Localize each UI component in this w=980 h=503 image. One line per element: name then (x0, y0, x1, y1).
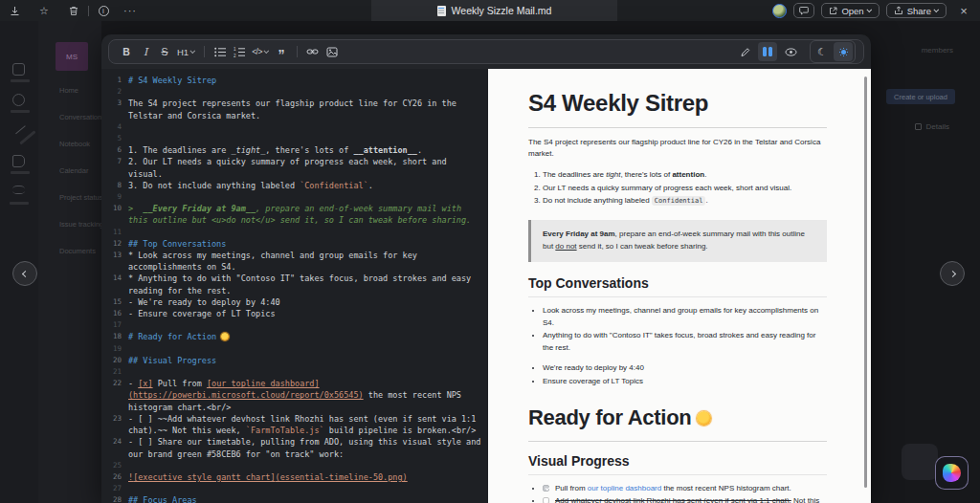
source-line[interactable]: 15- We're ready to deploy by 4:40 (107, 296, 484, 308)
source-line[interactable]: 17 (107, 319, 484, 331)
ordered-list-button[interactable]: 1 2 (230, 42, 249, 61)
quote-button[interactable]: ” (272, 42, 291, 61)
line-text: ## Visual Progress (128, 355, 484, 366)
source-line[interactable]: 13* Look across my meetings, channel and… (107, 250, 484, 273)
preview-scrollbar[interactable] (864, 77, 867, 488)
preview-text: The deadlines are (543, 170, 606, 179)
line-number: 24 (107, 436, 122, 448)
open-button[interactable]: Open (821, 3, 879, 18)
line-number: 5 (107, 133, 122, 144)
preview-text: Anything to do with "Contoso IT" takes f… (543, 331, 815, 352)
source-line[interactable]: 4 (107, 121, 484, 133)
dark-mode-button[interactable]: ☾ (813, 42, 832, 61)
background-rail-icon[interactable] (12, 155, 25, 167)
comments-button[interactable] (793, 3, 814, 18)
background-menu-item[interactable]: Documents (59, 247, 96, 255)
image-button[interactable] (323, 42, 342, 61)
source-line[interactable]: 9 (107, 191, 484, 203)
line-number: 19 (107, 343, 122, 355)
info-icon[interactable]: i (93, 0, 114, 21)
italic-button[interactable]: I (136, 42, 155, 61)
list-item: We're ready to deploy by 4:40 (543, 362, 827, 375)
source-line[interactable]: 11 (107, 227, 484, 238)
source-line[interactable]: 12## Top Conversations (107, 238, 484, 250)
source-line[interactable]: 3The S4 project represents our flagship … (107, 98, 484, 120)
close-icon[interactable]: × (953, 0, 974, 21)
more-options-icon[interactable]: ··· (120, 0, 141, 21)
source-line[interactable]: 22- [x] Pull from [our topline dashboard… (107, 378, 484, 413)
source-line[interactable]: 18# Ready for Action (107, 331, 484, 342)
document-title: Weekly Sizzle Mail.md (452, 5, 552, 16)
source-line[interactable]: 83. Do not include anything labeled `Con… (107, 180, 484, 191)
link-button[interactable] (303, 42, 323, 61)
download-icon[interactable] (4, 0, 25, 21)
background-menu-item[interactable]: Conversations (59, 113, 105, 121)
preview-link[interactable]: our topline dashboard (588, 484, 661, 492)
previous-button[interactable] (12, 261, 37, 286)
share-button[interactable]: Share (886, 3, 947, 18)
line-text: * Look across my meetings, channel and g… (128, 250, 484, 273)
line-number: 25 (107, 460, 122, 471)
source-line[interactable]: 19 (107, 343, 484, 355)
chevron-down-icon (933, 7, 939, 12)
source-line[interactable]: 24- [ ] Share our timetable, pulling fro… (107, 436, 484, 459)
line-text (128, 121, 484, 133)
background-menu-item[interactable]: Notebook (59, 140, 90, 148)
source-line[interactable]: 26![executive style gantt chart](essenti… (107, 471, 484, 483)
preview-text: tight (606, 170, 620, 179)
source-line[interactable]: 5 (107, 133, 484, 144)
preview-mode-button[interactable] (781, 42, 800, 61)
bold-button[interactable]: B (117, 42, 136, 61)
chevron-down-icon (190, 48, 196, 54)
source-line[interactable]: 20## Visual Progress (107, 355, 484, 366)
markdown-source-pane[interactable]: 1# S4 Weekly Sitrep23The S4 project repr… (101, 69, 488, 503)
heading-button[interactable]: H1 (174, 42, 198, 61)
source-line[interactable]: 25 (107, 460, 484, 471)
line-text: ## Focus Areas (128, 494, 484, 503)
source-line[interactable]: 2 (107, 86, 484, 98)
copilot-button[interactable] (935, 456, 969, 490)
preview-blockquote: Every Friday at 9am, prepare an end-of-w… (528, 220, 827, 262)
background-menu-item[interactable]: Project status (59, 193, 102, 202)
source-line[interactable]: 61. The deadlines are _tight_, there's l… (107, 144, 484, 156)
source-line[interactable]: 1# S4 Weekly Sitrep (107, 75, 484, 86)
line-text (128, 191, 484, 203)
document-tab[interactable]: Weekly Sizzle Mail.md (371, 0, 617, 21)
source-line[interactable]: 72. Our LT needs a quicky summary of pro… (107, 156, 484, 179)
source-line[interactable]: 14* Anything to do with "Contoso IT" tak… (107, 273, 484, 295)
background-menu-item[interactable]: Home (59, 86, 78, 95)
source-line[interactable]: 10> __Every Friday at 9am__, prepare an … (107, 203, 484, 226)
star-icon[interactable]: ☆ (33, 0, 55, 21)
code-label: </> (252, 47, 262, 56)
strikethrough-button[interactable]: S (155, 42, 174, 61)
background-rail-icon[interactable] (12, 94, 25, 106)
source-line[interactable]: 21 (107, 366, 484, 378)
line-text: 1. The deadlines are _tight_, there's lo… (128, 144, 484, 156)
background-create-upload-button[interactable]: Create or upload (886, 89, 955, 104)
code-button[interactable]: </> (249, 42, 272, 61)
source-lines: 1# S4 Weekly Sitrep23The S4 project repr… (107, 75, 484, 503)
light-mode-button[interactable] (834, 42, 853, 61)
next-button[interactable] (940, 261, 965, 286)
background-menu-item[interactable]: Issue tracking (59, 220, 103, 229)
source-line[interactable]: 23- [ ] ~~Add whatever devhost link Rhoz… (107, 413, 484, 436)
source-line[interactable]: 27 (107, 483, 484, 494)
checkbox-checked[interactable] (543, 485, 549, 492)
bullet-list-button[interactable] (211, 42, 230, 61)
line-number: 1 (107, 75, 122, 86)
source-line[interactable]: 16- Ensure coverage of LT Topics (107, 308, 484, 319)
split-view-button[interactable] (758, 42, 777, 61)
line-number: 26 (107, 471, 122, 483)
background-rail-icon[interactable] (12, 186, 25, 194)
source-line[interactable]: 28## Focus Areas (107, 494, 484, 503)
trash-icon[interactable] (63, 0, 84, 21)
line-text: * Anything to do with "Contoso IT" takes… (128, 273, 484, 295)
checkbox-unchecked[interactable] (543, 497, 549, 503)
app-window: MS members Create or upload Details ☆ i … (0, 0, 980, 503)
user-avatar[interactable] (772, 4, 787, 18)
edit-mode-button[interactable] (735, 42, 754, 61)
background-menu-item[interactable]: Calendar (59, 166, 88, 175)
background-rail-icon[interactable] (11, 121, 25, 135)
line-text (128, 227, 484, 238)
background-rail-icon[interactable] (12, 63, 25, 76)
